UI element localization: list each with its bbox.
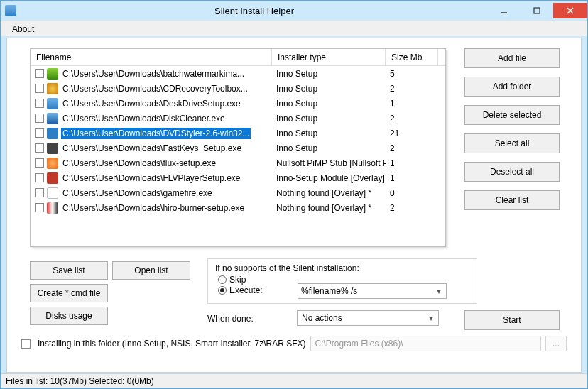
- table-row[interactable]: C:\Users\User\Downloads\DVDStyler-2.6-wi…: [31, 126, 445, 141]
- size-text: 5: [386, 66, 438, 81]
- maximize-button[interactable]: [521, 3, 553, 18]
- installer-text: Inno Setup: [272, 141, 386, 155]
- row-checkbox[interactable]: [35, 173, 44, 182]
- radio-execute-label: Execute:: [229, 285, 263, 295]
- app-window: Silent Install Helper About Filename Ins…: [0, 0, 588, 389]
- radio-icon: [218, 286, 227, 295]
- browse-folder-button[interactable]: ...: [545, 336, 567, 351]
- file-icon: [47, 172, 58, 184]
- filename-text: C:\Users\User\Downloads\DeskDriveSetup.e…: [61, 98, 242, 109]
- install-folder-label: Installing in this folder (Inno Setup, N…: [38, 339, 306, 349]
- installer-text: Inno Setup: [272, 66, 386, 81]
- table-row[interactable]: C:\Users\User\Downloads\batchwatermarkim…: [31, 66, 445, 81]
- app-icon: [5, 5, 16, 16]
- col-installer[interactable]: Installer type: [272, 49, 386, 65]
- size-text: 2: [386, 200, 438, 215]
- col-size[interactable]: Size Mb: [386, 49, 438, 65]
- disks-usage-button[interactable]: Disks usage: [30, 307, 108, 325]
- filename-text: C:\Users\User\Downloads\DVDStyler-2.6-wi…: [61, 128, 251, 139]
- file-list-header: Filename Installer type Size Mb: [31, 49, 445, 66]
- file-list[interactable]: Filename Installer type Size Mb C:\Users…: [30, 48, 446, 247]
- file-icon: [47, 128, 58, 139]
- table-row[interactable]: C:\Users\User\Downloads\flux-setup.exeNu…: [31, 155, 445, 170]
- add-folder-button[interactable]: Add folder: [464, 77, 560, 97]
- window-title: Silent Install Helper: [21, 6, 488, 16]
- filename-text: C:\Users\User\Downloads\hiro-burner-setu…: [61, 202, 246, 214]
- when-done-combo[interactable]: No actions ▾: [297, 310, 439, 326]
- filename-text: C:\Users\User\Downloads\FLVPlayerSetup.e…: [61, 172, 242, 184]
- install-folder-row: Installing in this folder (Inno Setup, N…: [21, 335, 567, 352]
- row-checkbox[interactable]: [35, 99, 44, 108]
- chevron-down-icon: ▾: [433, 285, 445, 297]
- titlebar: Silent Install Helper: [1, 1, 587, 21]
- row-checkbox[interactable]: [35, 143, 44, 153]
- filename-text: C:\Users\User\Downloads\flux-setup.exe: [61, 158, 217, 169]
- when-done-label: When done:: [207, 314, 254, 324]
- select-all-button[interactable]: Select all: [464, 133, 560, 153]
- size-text: 2: [386, 81, 438, 96]
- installer-text: Inno Setup: [272, 96, 386, 111]
- table-row[interactable]: C:\Users\User\Downloads\DeskDriveSetup.e…: [31, 96, 445, 111]
- installer-text: Nothing found [Overlay] *: [272, 185, 386, 200]
- file-icon: [47, 83, 58, 94]
- row-checkbox[interactable]: [35, 114, 44, 123]
- table-row[interactable]: C:\Users\User\Downloads\CDRecoveryToolbo…: [31, 81, 445, 96]
- minimize-button[interactable]: [488, 3, 521, 18]
- install-folder-path[interactable]: C:\Program Files (x86)\: [310, 336, 542, 351]
- install-folder-checkbox[interactable]: [21, 339, 31, 349]
- open-list-button[interactable]: Open list: [112, 261, 190, 280]
- silent-group-label: If no supports of the Silent installatio…: [215, 263, 469, 273]
- file-icon: [47, 113, 58, 124]
- file-icon: [47, 202, 58, 214]
- filename-text: C:\Users\User\Downloads\batchwatermarkim…: [61, 68, 246, 80]
- delete-selected-button[interactable]: Delete selected: [464, 105, 560, 125]
- save-list-button[interactable]: Save list: [30, 261, 108, 280]
- add-file-button[interactable]: Add file: [464, 48, 560, 68]
- file-icon: [47, 158, 58, 169]
- table-row[interactable]: C:\Users\User\Downloads\FLVPlayerSetup.e…: [31, 170, 445, 185]
- list-action-buttons: Save list Open list Create *.cmd file Di…: [30, 261, 190, 325]
- row-checkbox[interactable]: [35, 128, 44, 138]
- size-text: 1: [386, 155, 438, 170]
- row-checkbox[interactable]: [35, 69, 44, 78]
- file-icon: [47, 98, 58, 109]
- row-checkbox[interactable]: [35, 84, 44, 93]
- clear-list-button[interactable]: Clear list: [464, 190, 560, 210]
- col-filename[interactable]: Filename: [31, 49, 272, 65]
- menubar: About: [1, 21, 587, 36]
- filename-text: C:\Users\User\Downloads\DiskCleaner.exe: [61, 113, 227, 124]
- size-text: 1: [386, 96, 438, 111]
- radio-skip-label: Skip: [229, 275, 246, 285]
- close-button[interactable]: [553, 3, 587, 18]
- installer-text: Nullsoft PiMP Stub [Nullsoft Pi...: [272, 155, 386, 170]
- filename-text: C:\Users\User\Downloads\gamefire.exe: [61, 187, 214, 199]
- filename-text: C:\Users\User\Downloads\FastKeys_Setup.e…: [61, 143, 243, 154]
- client-area: Filename Installer type Size Mb C:\Users…: [6, 38, 582, 373]
- table-row[interactable]: C:\Users\User\Downloads\FastKeys_Setup.e…: [31, 141, 445, 155]
- menu-about[interactable]: About: [6, 23, 40, 35]
- radio-icon: [218, 275, 227, 284]
- status-text: Files in list: 10(37Mb) Selected: 0(0Mb): [6, 376, 154, 386]
- table-row[interactable]: C:\Users\User\Downloads\hiro-burner-setu…: [31, 200, 445, 215]
- execute-combo[interactable]: %filename% /s ▾: [298, 283, 447, 299]
- installer-text: Inno Setup: [272, 126, 386, 141]
- create-cmd-button[interactable]: Create *.cmd file: [30, 284, 108, 302]
- file-icon: [47, 187, 58, 199]
- installer-text: Inno-Setup Module [Overlay]: [272, 170, 386, 185]
- file-icon: [47, 143, 58, 154]
- row-checkbox[interactable]: [35, 188, 44, 197]
- size-text: 1: [386, 170, 438, 185]
- table-row[interactable]: C:\Users\User\Downloads\DiskCleaner.exeI…: [31, 111, 445, 126]
- start-button[interactable]: Start: [464, 310, 560, 330]
- chevron-down-icon: ▾: [425, 312, 437, 324]
- row-checkbox[interactable]: [35, 203, 44, 212]
- file-icon: [47, 68, 58, 80]
- status-bar: Files in list: 10(37Mb) Selected: 0(0Mb): [1, 373, 587, 388]
- table-row[interactable]: C:\Users\User\Downloads\gamefire.exeNoth…: [31, 185, 445, 200]
- size-text: 2: [386, 111, 438, 126]
- deselect-all-button[interactable]: Deselect all: [464, 162, 560, 182]
- size-text: 21: [386, 126, 438, 141]
- installer-text: Inno Setup: [272, 111, 386, 126]
- size-text: 2: [386, 141, 438, 155]
- row-checkbox[interactable]: [35, 158, 44, 168]
